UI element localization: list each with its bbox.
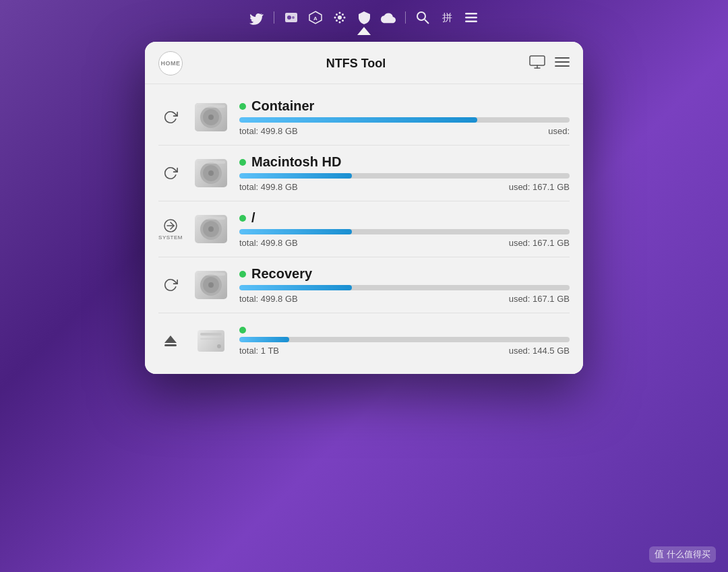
twitterrific-icon[interactable] bbox=[249, 10, 264, 25]
svg-point-11 bbox=[342, 20, 344, 22]
svg-point-46 bbox=[208, 282, 214, 288]
drive-info-macintosh: Macintosh HD total: 499.8 GB used: 167.1… bbox=[239, 154, 570, 192]
progress-fill-external bbox=[239, 337, 289, 342]
menu-icon[interactable] bbox=[555, 56, 570, 71]
menubar-center-icons: A bbox=[249, 10, 479, 25]
svg-point-29 bbox=[208, 115, 214, 120]
svg-rect-30 bbox=[197, 105, 225, 108]
refresh-icon-macintosh bbox=[163, 166, 178, 181]
svg-point-7 bbox=[339, 22, 341, 24]
drive-item-recovery: Recovery total: 499.8 GB used: 167.1 GB bbox=[145, 259, 583, 311]
more-menu-icon[interactable] bbox=[464, 10, 479, 25]
progress-bar-container-recovery bbox=[239, 285, 570, 290]
refresh-icon-container bbox=[163, 110, 178, 125]
drive-info-container: Container total: 499.8 GB used: bbox=[239, 98, 570, 136]
drive-name-row-external bbox=[239, 327, 570, 333]
status-dot-recovery bbox=[239, 271, 246, 278]
status-dot-macintosh bbox=[239, 159, 246, 166]
svg-rect-42 bbox=[197, 217, 225, 220]
svg-rect-35 bbox=[197, 161, 225, 164]
window-wrapper: HOME NTFS Tool bbox=[145, 35, 583, 374]
total-label-container: total: 499.8 GB bbox=[239, 126, 298, 136]
svg-text:A: A bbox=[313, 15, 317, 22]
used-label-container: used: bbox=[548, 126, 570, 136]
divider-1 bbox=[274, 11, 274, 24]
svg-point-41 bbox=[208, 226, 214, 232]
svg-point-6 bbox=[339, 12, 341, 14]
progress-bar-container-container bbox=[239, 117, 570, 123]
drive-name-row-container: Container bbox=[239, 98, 570, 114]
altserver-icon[interactable]: A bbox=[308, 10, 323, 25]
search-icon[interactable] bbox=[415, 10, 430, 25]
divider-after-macintosh bbox=[158, 201, 570, 201]
svg-point-14 bbox=[417, 12, 425, 20]
progress-fill-macintosh bbox=[239, 173, 352, 179]
used-label-macintosh: used: 167.1 GB bbox=[509, 182, 570, 192]
divider-after-container bbox=[158, 145, 570, 146]
svg-rect-18 bbox=[465, 21, 477, 23]
icloud-icon[interactable] bbox=[381, 10, 396, 25]
total-label-external: total: 1 TB bbox=[239, 346, 279, 356]
drive-name-label-container: Container bbox=[251, 98, 314, 114]
svg-rect-16 bbox=[465, 13, 477, 15]
shield-icon[interactable] bbox=[357, 10, 371, 25]
svg-point-12 bbox=[342, 13, 344, 15]
divider-after-recovery bbox=[158, 313, 570, 313]
progress-bar-container-root bbox=[239, 229, 570, 234]
monitor-icon[interactable] bbox=[529, 55, 545, 72]
drive-info-root: / total: 499.8 GB used: 167.1 GB bbox=[239, 210, 570, 248]
drive-img-macintosh bbox=[191, 154, 231, 193]
status-dot-external bbox=[239, 327, 246, 333]
eject-action-external[interactable] bbox=[158, 324, 183, 358]
titlebar-right bbox=[529, 55, 570, 72]
system-label: SYSTEM bbox=[158, 234, 183, 241]
drive-info-external: total: 1 TB used: 144.5 GB bbox=[239, 327, 570, 356]
refresh-action-recovery[interactable] bbox=[158, 268, 183, 302]
drive-stats-container: total: 499.8 GB used: bbox=[239, 126, 570, 136]
keyboard-icon[interactable]: 拼 bbox=[439, 10, 454, 25]
svg-rect-49 bbox=[164, 344, 177, 346]
drive-name-label-macintosh: Macintosh HD bbox=[251, 154, 341, 170]
svg-point-34 bbox=[208, 170, 214, 176]
svg-rect-19 bbox=[530, 56, 545, 65]
drive-name-row-recovery: Recovery bbox=[239, 266, 570, 282]
eject-icon-external bbox=[163, 333, 178, 348]
used-label-root: used: 167.1 GB bbox=[509, 238, 570, 248]
titlebar-left: HOME bbox=[158, 51, 183, 75]
svg-point-10 bbox=[336, 13, 338, 15]
svg-line-15 bbox=[425, 20, 429, 24]
drive-name-row-root: / bbox=[239, 210, 570, 226]
refresh-action-container[interactable] bbox=[158, 100, 183, 134]
status-dot-container bbox=[239, 103, 246, 110]
drive-name-row-macintosh: Macintosh HD bbox=[239, 154, 570, 170]
progress-bar-container-macintosh bbox=[239, 173, 570, 179]
drive-stats-macintosh: total: 499.8 GB used: 167.1 GB bbox=[239, 182, 570, 192]
watermark: 值 什么值得买 bbox=[649, 546, 716, 563]
drive-img-recovery bbox=[191, 265, 231, 305]
progress-fill-container bbox=[239, 117, 477, 123]
svg-rect-52 bbox=[200, 338, 222, 340]
photos-icon[interactable] bbox=[332, 10, 347, 25]
drive-list: Container total: 499.8 GB used: bbox=[145, 84, 583, 374]
finder-icon[interactable] bbox=[284, 10, 299, 25]
svg-point-1 bbox=[287, 15, 291, 20]
home-button[interactable]: HOME bbox=[158, 51, 183, 75]
svg-point-53 bbox=[217, 344, 221, 348]
progress-fill-recovery bbox=[239, 285, 352, 290]
drive-name-label-root: / bbox=[251, 210, 255, 226]
refresh-action-macintosh[interactable] bbox=[158, 156, 183, 190]
watermark-icon: 值 bbox=[655, 548, 664, 561]
used-label-recovery: used: 167.1 GB bbox=[509, 294, 570, 304]
system-icon-root: SYSTEM bbox=[158, 218, 183, 241]
drive-item-external: total: 1 TB used: 144.5 GB bbox=[145, 315, 583, 367]
window-title: NTFS Tool bbox=[183, 57, 529, 71]
drive-stats-external: total: 1 TB used: 144.5 GB bbox=[239, 346, 570, 356]
used-label-external: used: 144.5 GB bbox=[509, 346, 570, 356]
system-action-root[interactable]: SYSTEM bbox=[158, 212, 183, 246]
svg-point-9 bbox=[344, 17, 346, 19]
svg-point-8 bbox=[334, 17, 336, 19]
ntfs-tool-window: HOME NTFS Tool bbox=[145, 42, 583, 374]
drive-item-macintosh: Macintosh HD total: 499.8 GB used: 167.1… bbox=[145, 147, 583, 199]
drive-stats-recovery: total: 499.8 GB used: 167.1 GB bbox=[239, 294, 570, 304]
drive-img-external bbox=[191, 321, 231, 360]
